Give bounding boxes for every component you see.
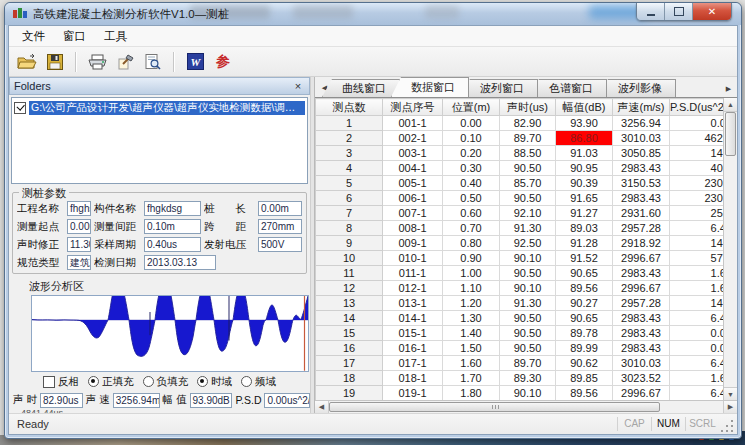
table-row[interactable]: 1001-10.0082.9093.903256.940.00 [316,116,736,131]
param-field[interactable]: 11.30us [67,237,91,252]
table-row[interactable]: 7007-10.6092.1091.272931.6025.6 [316,206,736,221]
param-field[interactable]: 0.40us [144,237,201,252]
table-row[interactable]: 14014-11.3090.5090.652983.436.40 [316,311,736,326]
table-cell[interactable]: 92.10 [500,206,556,221]
table-cell[interactable]: 6 [316,191,383,206]
table-cell[interactable]: 91.03 [556,146,613,161]
table-cell[interactable]: 1.70 [443,371,500,386]
vscroll-thumb[interactable] [725,112,736,156]
table-cell[interactable]: 2957.28 [613,221,670,236]
table-cell[interactable]: 93.90 [556,116,613,131]
column-header[interactable]: 位置(m) [443,99,500,116]
table-cell[interactable]: 89.78 [556,326,613,341]
table-cell[interactable]: 008-1 [383,221,443,236]
table-cell[interactable]: 009-1 [383,236,443,251]
table-cell[interactable]: 2983.43 [613,266,670,281]
table-cell[interactable]: 0.40 [443,176,500,191]
table-cell[interactable]: 0.90 [443,251,500,266]
table-row[interactable]: 12012-11.1090.1089.562996.671.60 [316,281,736,296]
param-field[interactable]: 0.00m [258,201,302,216]
table-row[interactable]: 15015-11.4090.5089.782983.430.00 [316,326,736,341]
scroll-down-icon[interactable]: ▼ [724,387,737,401]
table-cell[interactable]: 91.65 [556,191,613,206]
table-cell[interactable]: 8 [316,221,383,236]
tab-4[interactable]: 波列影像 [598,79,676,97]
tab-3[interactable]: 色谱窗口 [529,79,607,97]
table-cell[interactable]: 91.30 [500,296,556,311]
table-cell[interactable]: 1.80 [443,386,500,401]
horizontal-scrollbar[interactable]: ◀ ▶ [315,400,737,413]
table-cell[interactable]: 5 [316,176,383,191]
column-header[interactable]: 测点序号 [383,99,443,116]
pane-close-icon[interactable]: × [291,80,305,92]
table-cell[interactable]: 90.62 [556,356,613,371]
table-cell[interactable]: 018-1 [383,371,443,386]
table-cell[interactable]: 91.27 [556,206,613,221]
tab-0[interactable]: 曲线窗口 [322,79,400,97]
column-header[interactable]: 测点数 [316,99,383,116]
readout-field[interactable]: 93.90dB [190,393,233,408]
table-cell[interactable]: 9 [316,236,383,251]
menu-item-2[interactable]: 工具 [95,27,136,46]
table-row[interactable]: 11011-11.0090.5090.652983.431.60 [316,266,736,281]
table-cell[interactable]: 2931.60 [613,206,670,221]
table-cell[interactable]: 005-1 [383,176,443,191]
table-cell[interactable]: 3023.52 [613,371,670,386]
table-cell[interactable]: 1 [316,116,383,131]
table-cell[interactable]: 2957.28 [613,296,670,311]
table-cell[interactable]: 4 [316,161,383,176]
table-cell[interactable]: 89.56 [556,386,613,401]
open-button[interactable] [15,50,39,74]
menu-item-1[interactable]: 窗口 [54,27,95,46]
table-cell[interactable]: 17 [316,356,383,371]
table-cell[interactable]: 2983.43 [613,311,670,326]
table-cell[interactable]: 0.80 [443,236,500,251]
table-cell[interactable]: 007-1 [383,206,443,221]
table-cell[interactable]: 019-1 [383,386,443,401]
table-cell[interactable]: 90.10 [500,281,556,296]
table-cell[interactable]: 85.70 [500,176,556,191]
folder-list-item[interactable]: G:\公司产品设计开发\超声仪器\超声仪实地检测数据\调桩\qd\qd03\qd… [14,101,305,115]
table-cell[interactable]: 90.39 [556,176,613,191]
table-cell[interactable]: 89.03 [556,221,613,236]
table-cell[interactable]: 2983.43 [613,191,670,206]
table-cell[interactable]: 0.70 [443,221,500,236]
table-cell[interactable]: 016-1 [383,341,443,356]
invert-checkbox[interactable]: 反相 [43,375,79,389]
table-cell[interactable]: 006-1 [383,191,443,206]
save-button[interactable] [43,50,67,74]
table-cell[interactable]: 2996.67 [613,281,670,296]
param-field[interactable]: 270mm [258,219,302,234]
table-cell[interactable]: 89.30 [500,371,556,386]
preview-button[interactable] [141,50,165,74]
table-row[interactable]: 3003-10.2088.5091.033050.8514.4 [316,146,736,161]
table-cell[interactable]: 88.50 [500,146,556,161]
table-cell[interactable]: 15 [316,326,383,341]
column-header[interactable]: 声时(us) [500,99,556,116]
repair-button[interactable] [113,50,137,74]
table-cell[interactable]: 10 [316,251,383,266]
scroll-right-icon[interactable]: ▶ [723,401,737,413]
column-header[interactable]: 幅值(dB) [556,99,613,116]
time-domain-radio[interactable]: 时域 [197,375,232,389]
table-cell[interactable]: 90.65 [556,266,613,281]
column-header[interactable]: 声速(m/s) [613,99,670,116]
table-cell[interactable]: 89.56 [556,281,613,296]
table-cell[interactable]: 3256.94 [613,116,670,131]
highlighted-cell[interactable]: 86.80 [556,131,613,146]
table-cell[interactable]: 0.10 [443,131,500,146]
table-cell[interactable]: 3 [316,146,383,161]
table-row[interactable]: 17017-11.6089.7090.623010.036.40 [316,356,736,371]
close-button[interactable]: ✕ [693,3,731,20]
table-cell[interactable]: 3010.03 [613,356,670,371]
table-cell[interactable]: 1.30 [443,311,500,326]
print-button[interactable] [85,50,109,74]
table-row[interactable]: 13013-11.2091.3090.272957.2814.4 [316,296,736,311]
table-cell[interactable]: 19 [316,386,383,401]
table-cell[interactable]: 16 [316,341,383,356]
scroll-left-icon[interactable]: ◀ [315,401,329,413]
param-field[interactable]: 2013.03.13 [144,255,216,270]
table-cell[interactable]: 90.50 [500,326,556,341]
table-cell[interactable]: 89.70 [500,131,556,146]
table-cell[interactable]: 2 [316,131,383,146]
